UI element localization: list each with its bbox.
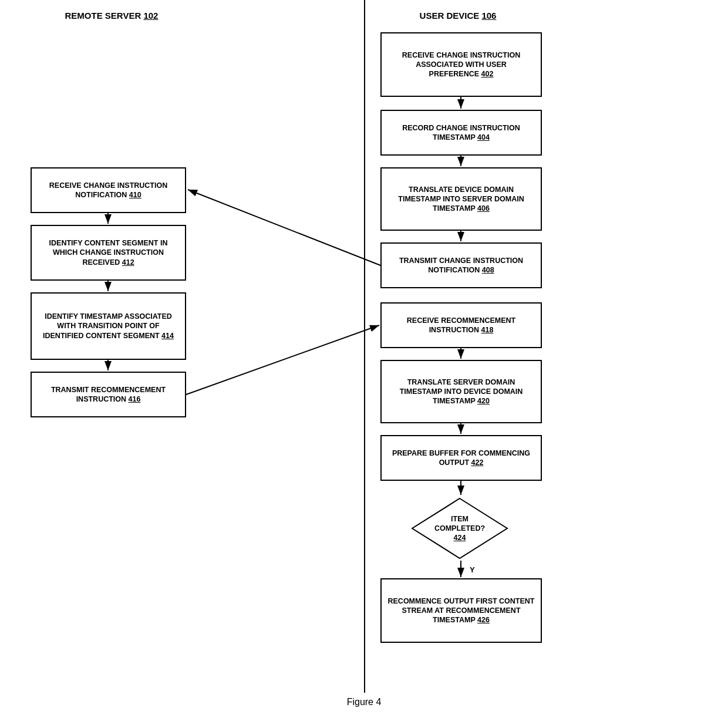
box-412: IDENTIFY CONTENT SEGMENT IN WHICH CHANGE… (31, 225, 186, 281)
ref-406: 406 (477, 204, 490, 213)
ref-404: 404 (477, 133, 490, 141)
column-divider (364, 0, 365, 693)
diamond-424: ITEMCOMPLETED?424 (410, 496, 510, 561)
box-406: TRANSLATE DEVICE DOMAIN TIMESTAMP INTO S… (380, 167, 542, 231)
box-420: TRANSLATE SERVER DOMAIN TIMESTAMP INTO D… (380, 360, 542, 423)
svg-line-5 (188, 190, 380, 265)
user-device-ref: 106 (481, 11, 496, 21)
ref-420: 420 (477, 397, 490, 405)
ref-418: 418 (481, 326, 494, 334)
diamond-y-label: Y (470, 565, 475, 574)
figure-label: Figure 4 (347, 697, 382, 707)
svg-line-9 (186, 325, 379, 395)
ref-422: 422 (471, 459, 484, 467)
box-408: TRANSMIT CHANGE INSTRUCTION NOTIFICATION… (380, 242, 542, 288)
box-410: RECEIVE CHANGE INSTRUCTION NOTIFICATION … (31, 167, 186, 213)
user-device-header: USER DEVICE 106 (376, 11, 540, 21)
ref-416: 416 (129, 395, 141, 403)
ref-424: 424 (454, 534, 466, 542)
ref-414: 414 (161, 332, 174, 340)
diagram-container: REMOTE SERVER 102 USER DEVICE 106 RECEIV… (0, 0, 728, 718)
box-426: RECOMMENCE OUTPUT FIRST CONTENT STREAM A… (380, 578, 542, 643)
box-416: TRANSMIT RECOMMENCEMENT INSTRUCTION 416 (31, 372, 186, 417)
diamond-label: ITEMCOMPLETED?424 (434, 514, 485, 543)
ref-412: 412 (122, 258, 134, 267)
ref-426: 426 (477, 616, 490, 624)
ref-402: 402 (481, 70, 494, 78)
box-404: RECORD CHANGE INSTRUCTION TIMESTAMP 404 (380, 110, 542, 156)
remote-server-header: REMOTE SERVER 102 (29, 11, 194, 21)
box-414: IDENTIFY TIMESTAMP ASSOCIATED WITH TRANS… (31, 292, 186, 360)
ref-410: 410 (129, 191, 141, 199)
remote-server-ref: 102 (143, 11, 158, 21)
box-422: PREPARE BUFFER FOR COMMENCING OUTPUT 422 (380, 435, 542, 481)
box-402: RECEIVE CHANGE INSTRUCTION ASSOCIATED WI… (380, 32, 542, 97)
ref-408: 408 (482, 266, 494, 274)
box-418: RECEIVE RECOMMENCEMENT INSTRUCTION 418 (380, 302, 542, 348)
